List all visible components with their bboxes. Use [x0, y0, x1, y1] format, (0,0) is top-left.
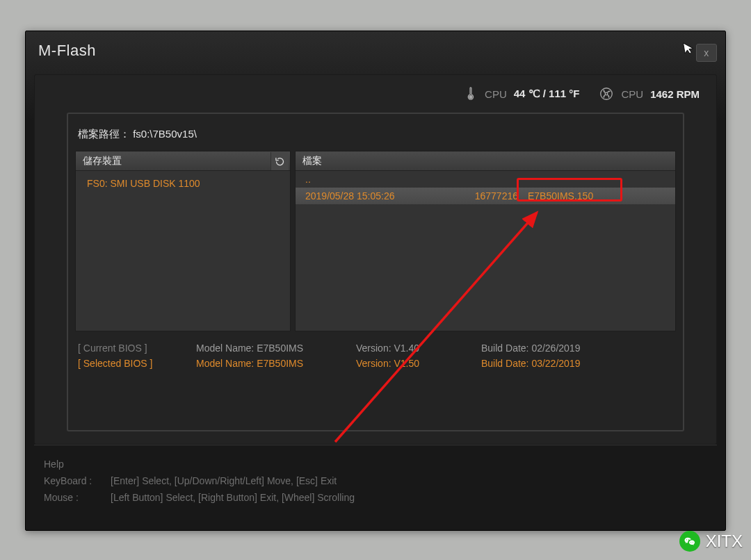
build-label-s: Build Date:: [481, 358, 528, 369]
file-browser: 檔案路徑： fs0:\7B50v15\ 儲存裝置 FS0: SMI USB DI…: [67, 113, 684, 431]
cpu-temp-label: CPU: [485, 88, 507, 100]
wechat-icon: [679, 531, 700, 552]
file-up-dots: ..: [305, 174, 451, 185]
help-kb-label: KeyBoard :: [44, 473, 104, 490]
model-label-s: Model Name:: [196, 358, 254, 369]
build-label: Build Date:: [481, 343, 528, 354]
selected-version: V1.50: [394, 358, 419, 369]
files-header-label: 檔案: [302, 155, 322, 167]
titlebar: M-Flash x: [26, 31, 725, 70]
current-version: V1.40: [394, 343, 419, 354]
svg-point-2: [606, 92, 608, 95]
columns: 儲存裝置 FS0: SMI USB DISK 1100 檔案: [75, 151, 676, 331]
help-kb-text: [Enter] Select, [Up/Down/Right/Left] Mov…: [111, 473, 337, 490]
help-keyboard: KeyBoard : [Enter] Select, [Up/Down/Righ…: [44, 473, 707, 490]
selected-model: E7B50IMS: [257, 358, 303, 369]
cursor-icon: [681, 40, 697, 59]
files-header: 檔案: [296, 151, 675, 171]
help-area: Help KeyBoard : [Enter] Select, [Up/Down…: [34, 450, 717, 511]
version-label: Version:: [356, 343, 391, 354]
help-mouse: Mouse : [Left Button] Select, [Right But…: [44, 490, 707, 507]
devices-header: 儲存裝置: [76, 151, 290, 171]
cpu-temp: CPU 44 ℃ / 111 °F: [462, 86, 579, 101]
mflash-window: M-Flash x CPU 44 ℃ / 111 °F CPU 1462 RPM: [25, 31, 726, 531]
watermark: XITX: [679, 531, 743, 552]
files-column: 檔案 .. 2019/05/28 15:05:26 16777216 E7B50…: [295, 151, 676, 331]
help-mouse-label: Mouse :: [44, 490, 104, 507]
path-label: 檔案路徑：: [78, 128, 130, 140]
devices-header-label: 儲存裝置: [83, 155, 122, 167]
file-row[interactable]: 2019/05/28 15:05:26 16777216 E7B50IMS.15…: [296, 188, 675, 204]
file-row-up[interactable]: ..: [296, 171, 675, 188]
main-panel: CPU 44 ℃ / 111 °F CPU 1462 RPM 檔案路徑： fs0…: [34, 74, 717, 445]
file-size: 16777216: [451, 190, 528, 201]
cpu-temp-value: 44 ℃ / 111 °F: [514, 88, 580, 100]
devices-list: FS0: SMI USB DISK 1100: [76, 171, 290, 331]
separator: [34, 445, 717, 445]
path-row: 檔案路徑： fs0:\7B50v15\: [75, 124, 676, 151]
cpu-fan: CPU 1462 RPM: [599, 86, 700, 101]
version-label-s: Version:: [356, 358, 391, 369]
devices-column: 儲存裝置 FS0: SMI USB DISK 1100: [75, 151, 291, 331]
device-item[interactable]: FS0: SMI USB DISK 1100: [76, 171, 290, 196]
selected-build: 03/22/2019: [531, 358, 580, 369]
app-title: M-Flash: [38, 42, 96, 60]
body: CPU 44 ℃ / 111 °F CPU 1462 RPM 檔案路徑： fs0…: [26, 70, 725, 530]
refresh-icon: [275, 156, 285, 167]
file-date: 2019/05/28 15:05:26: [305, 190, 451, 201]
files-list: .. 2019/05/28 15:05:26 16777216 E7B50IMS…: [296, 171, 675, 331]
model-label: Model Name:: [196, 343, 254, 354]
current-bios-label: [ Current BIOS ]: [78, 343, 196, 354]
status-bar: CPU 44 ℃ / 111 °F CPU 1462 RPM: [35, 75, 716, 113]
help-mouse-text: [Left Button] Select, [Right Button] Exi…: [111, 490, 355, 507]
path-value: fs0:\7B50v15\: [133, 128, 197, 140]
refresh-button[interactable]: [270, 152, 289, 170]
fan-icon: [599, 86, 614, 101]
bios-info: [ Current BIOS ] Model Name: E7B50IMS Ve…: [75, 341, 676, 372]
selected-bios-label: [ Selected BIOS ]: [78, 358, 196, 369]
watermark-text: XITX: [706, 532, 743, 551]
close-icon: x: [704, 47, 709, 58]
thermometer-icon: [462, 86, 478, 101]
close-button[interactable]: x: [696, 44, 717, 62]
current-build: 02/26/2019: [531, 343, 580, 354]
file-name: E7B50IMS.150: [528, 190, 668, 201]
current-model: E7B50IMS: [257, 343, 303, 354]
cpu-fan-label: CPU: [621, 88, 643, 100]
help-title: Help: [44, 456, 707, 473]
svg-point-0: [469, 96, 472, 99]
cpu-fan-value: 1462 RPM: [650, 88, 700, 100]
